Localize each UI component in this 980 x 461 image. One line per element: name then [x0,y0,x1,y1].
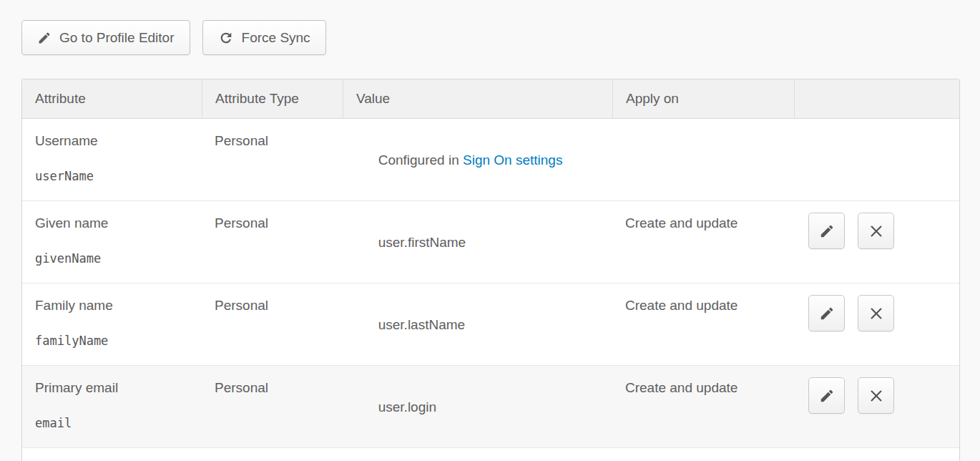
column-header-apply-on: Apply on [612,79,794,118]
remove-attribute-button[interactable] [858,377,894,414]
value-cell: user.lastName [343,283,612,365]
toolbar: Go to Profile Editor Force Sync [21,20,326,55]
attribute-type-cell: Personal [202,201,343,283]
attribute-cell: Family name familyName [22,283,202,365]
column-header-value: Value [343,79,612,118]
pencil-icon [819,306,835,321]
edit-attribute-button[interactable] [808,295,845,331]
apply-on-value: Create and update [625,380,738,395]
apply-on-cell: Create and update [612,201,794,283]
x-icon [868,306,884,321]
value-cell: Configured in Sign On settings [343,119,612,200]
attribute-cell: Given name givenName [22,201,202,283]
apply-on-value: Create and update [625,215,738,230]
force-sync-button[interactable]: Force Sync [202,20,326,55]
column-header-attribute: Attribute [22,79,202,118]
value-text: Configured in [378,152,463,168]
attribute-type: Personal [215,298,268,313]
attribute-label: Given name [35,213,189,233]
attribute-type-cell: Personal [202,366,343,447]
go-to-profile-editor-label: Go to Profile Editor [59,30,175,46]
attribute-type: Personal [215,380,268,395]
table-filler-row [22,447,959,461]
remove-attribute-button[interactable] [858,213,894,249]
x-icon [868,388,884,404]
attribute-name: familyName [35,331,189,351]
actions-cell [794,366,959,447]
table-row: Primary email email Personal user.login … [22,365,959,447]
apply-on-cell: Create and update [612,366,794,447]
attribute-type: Personal [215,133,268,148]
column-header-actions [794,79,959,118]
value-cell: user.login [343,366,612,447]
x-icon [868,223,884,239]
pencil-icon [819,223,835,239]
table-row: Family name familyName Personal user.las… [22,283,959,365]
table-header: Attribute Attribute Type Value Apply on [22,79,959,119]
value-text: user.lastName [378,317,465,332]
attribute-type-cell: Personal [202,119,343,200]
table-row: Username userName Personal Configured in… [22,119,959,200]
edit-attribute-button[interactable] [808,213,845,249]
go-to-profile-editor-button[interactable]: Go to Profile Editor [21,20,190,55]
sync-icon [218,30,234,46]
actions-cell [794,201,959,283]
attribute-cell: Username userName [22,119,202,200]
attribute-name: email [35,414,189,433]
apply-on-value: Create and update [625,298,738,313]
attribute-name: userName [35,167,189,186]
table-row: Given name givenName Personal user.first… [22,200,959,283]
edit-attribute-button[interactable] [808,377,845,414]
attribute-name: givenName [35,249,189,268]
attribute-label: Username [35,131,189,150]
apply-on-cell: Create and update [612,283,794,365]
attribute-type: Personal [215,215,268,230]
apply-on-cell [612,119,794,200]
attribute-label: Family name [35,296,189,315]
actions-cell [794,119,959,200]
value-text: user.firstName [378,235,466,250]
value-cell: user.firstName [343,201,612,283]
attribute-type-cell: Personal [202,283,343,365]
attribute-mapping-table: Attribute Attribute Type Value Apply on … [21,79,960,461]
actions-cell [794,283,959,365]
sign-on-settings-link[interactable]: Sign On settings [463,152,562,168]
pencil-icon [37,31,52,45]
value-text: user.login [378,399,436,414]
table-body: Username userName Personal Configured in… [22,119,959,447]
attribute-label: Primary email [35,378,189,397]
force-sync-label: Force Sync [242,30,310,46]
pencil-icon [819,388,835,404]
attribute-cell: Primary email email [22,366,202,447]
remove-attribute-button[interactable] [858,295,894,331]
column-header-attribute-type: Attribute Type [202,79,343,118]
